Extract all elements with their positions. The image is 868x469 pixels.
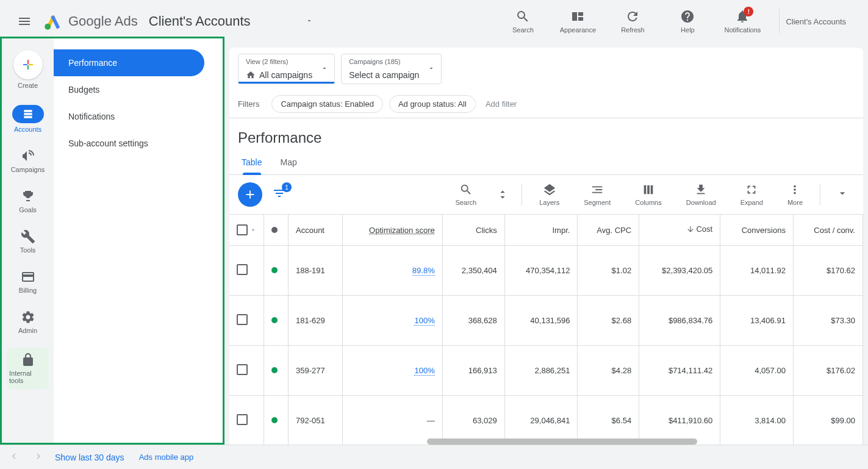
header-notifications[interactable]: ! Notifications — [724, 9, 761, 34]
nav-admin[interactable]: Admin — [2, 307, 54, 337]
col-clicks[interactable]: Clicks — [442, 215, 504, 246]
cell-conv: 14,011.92 — [720, 246, 794, 296]
svg-point-0 — [45, 24, 51, 30]
footer-mobile-app[interactable]: Ads mobile app — [139, 453, 194, 462]
cell-account[interactable]: 181-629 — [289, 296, 343, 346]
cell-opt-score[interactable]: 100% — [343, 296, 442, 346]
cell-opt-score[interactable]: 100% — [343, 346, 442, 396]
nav-campaigns[interactable]: Campaigns — [2, 146, 54, 176]
tools-icon — [21, 229, 35, 244]
col-cost[interactable]: Cost — [639, 215, 720, 246]
nav-internal-tools[interactable]: Internal tools — [7, 348, 49, 389]
cell-account[interactable]: 792-051 — [289, 396, 343, 445]
cell-conv: 13,406.91 — [720, 296, 794, 346]
cell-clicks: 368,628 — [442, 296, 504, 346]
tab-map[interactable]: Map — [280, 157, 296, 174]
toolbar-segment[interactable]: Segment — [576, 183, 618, 206]
table-row[interactable]: 359-277 100% 166,913 2,886,251 $4.28 $71… — [229, 346, 863, 396]
cell-account[interactable]: 188-191 — [289, 246, 343, 296]
performance-table: Account Optimization score Clicks Impr. … — [229, 215, 863, 445]
cell-impr: 29,046,841 — [504, 396, 578, 445]
toolbar-sort[interactable] — [493, 188, 512, 201]
nav-tools[interactable]: Tools — [2, 227, 54, 256]
status-header-dot[interactable] — [271, 227, 278, 233]
caret-down-icon[interactable] — [250, 227, 256, 233]
hamburger-menu[interactable] — [10, 7, 39, 36]
header-search[interactable]: Search — [504, 9, 541, 34]
col-conversions[interactable]: Conversions — [720, 215, 794, 246]
cell-account[interactable]: 359-277 — [289, 346, 343, 396]
filter-chip-campaign-status[interactable]: Campaign status: Enabled — [271, 95, 382, 113]
select-all-checkbox[interactable] — [237, 224, 248, 235]
sec-nav-notifications[interactable]: Notifications — [54, 103, 223, 130]
toolbar-more[interactable]: More — [780, 183, 810, 206]
row-checkbox[interactable] — [237, 264, 248, 275]
header-help[interactable]: Help — [669, 9, 706, 34]
toolbar-expand[interactable]: Expand — [733, 183, 770, 206]
download-icon — [694, 183, 708, 196]
cell-opt-score[interactable]: — — [343, 396, 442, 445]
sec-nav-budgets[interactable]: Budgets — [54, 76, 223, 103]
account-dropdown[interactable] — [306, 16, 313, 27]
col-impr[interactable]: Impr. — [504, 215, 578, 246]
google-ads-logo — [44, 12, 62, 30]
logo-area: Google Ads — [44, 12, 138, 30]
footer-show-30[interactable]: Show last 30 days — [55, 453, 124, 462]
gear-icon — [21, 310, 35, 324]
add-button[interactable] — [238, 182, 262, 207]
layers-icon — [543, 183, 556, 196]
footer-next[interactable] — [30, 448, 46, 467]
help-icon — [680, 9, 695, 24]
table-row[interactable]: 181-629 100% 368,628 40,131,596 $2.68 $9… — [229, 296, 863, 346]
view-selector[interactable]: View (2 filters) All campaigns — [238, 54, 335, 84]
header-refresh[interactable]: Refresh — [614, 9, 651, 34]
accounts-icon — [22, 108, 34, 120]
caret-down-icon — [321, 65, 328, 72]
row-checkbox[interactable] — [237, 314, 248, 325]
collapse-panel[interactable] — [830, 187, 855, 202]
nav-billing[interactable]: Billing — [2, 267, 54, 296]
status-dot[interactable] — [271, 317, 278, 323]
cell-cost-conv: $73.30 — [793, 296, 863, 346]
toolbar-columns[interactable]: Columns — [628, 183, 669, 206]
horizontal-scrollbar[interactable] — [427, 439, 697, 445]
trophy-icon — [21, 189, 35, 204]
table-row[interactable]: 188-191 89.8% 2,350,404 470,354,112 $1.0… — [229, 246, 863, 296]
status-dot[interactable] — [271, 267, 278, 273]
col-cost-conv[interactable]: Cost / conv. — [793, 215, 863, 246]
col-avg-cpc[interactable]: Avg. CPC — [578, 215, 639, 246]
tab-table[interactable]: Table — [242, 157, 262, 174]
filter-button[interactable]: 1 — [272, 186, 287, 203]
toolbar-layers[interactable]: Layers — [532, 183, 567, 206]
card-icon — [21, 270, 35, 284]
status-dot[interactable] — [271, 417, 278, 423]
table-row[interactable]: 792-051 — 63,029 29,046,841 $6.54 $411,9… — [229, 396, 863, 445]
filter-chip-adgroup-status[interactable]: Ad group status: All — [389, 95, 476, 113]
header-appearance[interactable]: Appearance — [559, 9, 596, 34]
nav-create[interactable]: Create — [2, 48, 54, 91]
header-account-name[interactable]: Client's Accounts — [786, 17, 846, 26]
page-title: Performance — [229, 118, 863, 149]
sec-nav-performance[interactable]: Performance — [54, 49, 204, 76]
nav-accounts[interactable]: Accounts — [2, 102, 54, 135]
sec-nav-subaccount[interactable]: Sub-account settings — [54, 130, 223, 157]
svg-rect-1 — [27, 60, 29, 64]
segment-icon — [590, 183, 604, 196]
col-account[interactable]: Account — [289, 215, 343, 246]
search-icon — [459, 183, 473, 196]
plus-icon — [21, 57, 35, 72]
row-checkbox[interactable] — [237, 414, 248, 425]
footer-prev[interactable] — [6, 448, 22, 467]
toolbar-search[interactable]: Search — [448, 183, 484, 206]
toolbar-download[interactable]: Download — [679, 183, 723, 206]
cell-opt-score[interactable]: 89.8% — [343, 246, 442, 296]
cell-cpc: $1.02 — [578, 246, 639, 296]
col-opt-score[interactable]: Optimization score — [343, 215, 442, 246]
status-dot[interactable] — [271, 367, 278, 373]
row-checkbox[interactable] — [237, 364, 248, 375]
nav-goals[interactable]: Goals — [2, 187, 54, 216]
svg-rect-4 — [29, 64, 33, 65]
cell-cost-conv: $170.62 — [793, 246, 863, 296]
add-filter[interactable]: Add filter — [486, 99, 517, 109]
campaign-selector[interactable]: Campaigns (185) Select a campaign — [341, 54, 442, 84]
